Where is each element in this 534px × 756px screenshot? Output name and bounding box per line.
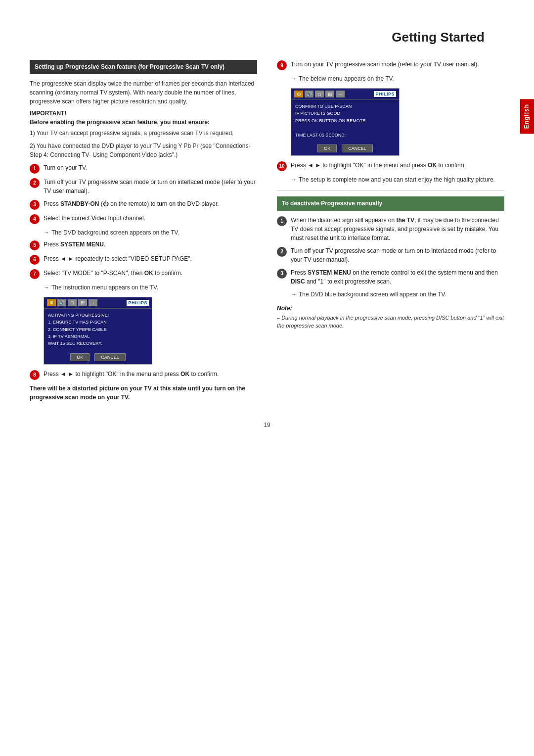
deactivate-num-1: 1 xyxy=(277,216,287,226)
menu-icon-video: □ xyxy=(68,299,77,306)
step-content-10: Press ◄ ► to highlight "OK" in the menu … xyxy=(291,161,504,170)
menu-icon-grid: ⊞ xyxy=(78,299,87,306)
note-label: Note: xyxy=(277,305,504,312)
step-content-3: Press STANDBY-ON (⏻ on the remote) to tu… xyxy=(44,199,257,208)
page-title: Getting Started xyxy=(30,30,504,45)
note-section: Note: – During normal playback in the pr… xyxy=(277,305,504,330)
step-6: 6 Press ◄ ► repeatedly to select "VIDEO … xyxy=(30,254,257,265)
disc-label: DISC xyxy=(291,278,305,285)
step-content-5: Press SYSTEM MENU. xyxy=(44,240,257,249)
important-point-1: 1) Your TV can accept progressive signal… xyxy=(30,129,257,138)
deactivate-num-3: 3 xyxy=(277,269,287,279)
menu-box-2: ⚙ 🔊 □ ⊞ → PHILIPS CONFIRM TO USE P-SCAN … xyxy=(291,88,400,156)
step-5: 5 Press SYSTEM MENU. xyxy=(30,240,257,250)
step-num-5: 5 xyxy=(30,240,40,250)
arrow-icon-7: → xyxy=(44,283,49,292)
philips-logo-2: PHILIPS xyxy=(374,91,396,97)
left-column: Setting up Progressive Scan feature (for… xyxy=(30,60,257,402)
page-container: English Getting Started Setting up Progr… xyxy=(0,0,534,756)
menu-icon-gear-2: ⚙ xyxy=(294,91,303,97)
menu-icon-arrow: → xyxy=(89,299,97,306)
important-point-2: 2) You have connected the DVD player to … xyxy=(30,142,257,159)
step-10-arrow: → The setup is complete now and you can … xyxy=(291,175,504,184)
arrow-icon-10: → xyxy=(291,175,297,184)
step-3: 3 Press STANDBY-ON (⏻ on the remote) to … xyxy=(30,199,257,210)
right-column: 9 Turn on your TV progressive scan mode … xyxy=(277,60,504,402)
deactivate-step-3: 3 Press SYSTEM MENU on the remote contro… xyxy=(277,268,504,286)
step-num-1: 1 xyxy=(30,164,40,174)
menu-box-1-buttons: OK CANCEL xyxy=(44,350,152,364)
ok-label-8: OK xyxy=(180,371,189,378)
step-1: 1 Turn on your TV. xyxy=(30,163,257,174)
deactivate-step-2: 2 Turn off your TV progressive scan mode… xyxy=(277,246,504,264)
menu-icon-gear: ⚙ xyxy=(47,299,56,306)
menu-box-2-text: CONFIRM TO USE P-SCAN IF PICTURE IS GOOD… xyxy=(295,103,395,139)
menu-icon-grid-2: ⊞ xyxy=(325,91,334,97)
step-9: 9 Turn on your TV progressive scan mode … xyxy=(277,60,504,70)
deactivate-heading: To deactivate Progressive manually xyxy=(277,196,504,211)
divider-1 xyxy=(277,190,504,190)
menu-box-2-header: ⚙ 🔊 □ ⊞ → PHILIPS xyxy=(291,89,399,100)
step-9-arrow: → The below menu appears on the TV. xyxy=(291,74,504,83)
menu-box-2-buttons: OK CANCEL xyxy=(291,142,399,155)
menu-btn-cancel-1[interactable]: CANCEL xyxy=(94,353,126,361)
step-8-warning: There will be a distorted picture on you… xyxy=(30,384,257,402)
note-text: – During normal playback in the progress… xyxy=(277,314,504,330)
deactivate-content-3: Press SYSTEM MENU on the remote control … xyxy=(291,268,504,286)
menu-icon-video-2: □ xyxy=(315,91,324,97)
important-subheading: Before enabling the progressive scan fea… xyxy=(30,119,257,126)
power-icon: ⏻ xyxy=(103,200,109,207)
step-num-3: 3 xyxy=(30,200,40,210)
step-num-10: 10 xyxy=(277,161,287,171)
menu-btn-ok-1[interactable]: OK xyxy=(70,353,89,361)
step-9-note: The below menu appears on the TV. xyxy=(299,74,394,83)
philips-logo-1: PHILIPS xyxy=(127,300,149,306)
menu-icon-sound-2: 🔊 xyxy=(305,91,313,97)
step-content-1: Turn on your TV. xyxy=(44,163,257,172)
menu-btn-cancel-2[interactable]: CANCEL xyxy=(342,144,373,152)
menu-box-1-body: ACTIVATING PROGRESSIVE: 1. ENSURE TV HAS… xyxy=(44,309,152,350)
step-num-9: 9 xyxy=(277,60,287,70)
step-8: 8 Press ◄ ► to highlight "OK" in the men… xyxy=(30,370,257,380)
step-num-7: 7 xyxy=(30,269,40,279)
arrow-icon-4: → xyxy=(44,228,49,237)
deactivate-content-2: Turn off your TV progressive scan mode o… xyxy=(291,246,504,264)
menu-btn-ok-2[interactable]: OK xyxy=(317,144,337,152)
step-num-4: 4 xyxy=(30,214,40,224)
step-10-note: The setup is complete now and you can st… xyxy=(299,175,495,184)
step-content-6: Press ◄ ► repeatedly to select "VIDEO SE… xyxy=(44,254,257,263)
step-2: 2 Turn off your TV progressive scan mode… xyxy=(30,178,257,195)
content-columns: Setting up Progressive Scan feature (for… xyxy=(30,60,504,402)
step-10: 10 Press ◄ ► to highlight "OK" in the me… xyxy=(277,161,504,171)
english-tab: English xyxy=(520,99,534,134)
arrow-icon-9: → xyxy=(291,74,297,83)
left-section-heading: Setting up Progressive Scan feature (for… xyxy=(30,60,257,74)
standby-on-label: STANDBY-ON xyxy=(60,200,99,207)
step-4: 4 Select the correct Video Input channel… xyxy=(30,214,257,224)
step-content-8: Press ◄ ► to highlight "OK" in the menu … xyxy=(44,370,257,378)
step-7-note: The instruction menu appears on the TV. xyxy=(51,283,158,292)
deactivate-num-2: 2 xyxy=(277,247,287,257)
system-menu-label: SYSTEM MENU xyxy=(60,241,104,248)
menu-box-1-text: ACTIVATING PROGRESSIVE: 1. ENSURE TV HAS… xyxy=(48,312,148,347)
arrow-icon-d3: → xyxy=(291,290,297,299)
deactivate-step-3-note: The DVD blue background screen will appe… xyxy=(299,290,446,299)
the-tv-label: the TV xyxy=(396,217,414,224)
ok-label-7: OK xyxy=(144,270,153,277)
step-4-note: The DVD background screen appears on the… xyxy=(51,228,179,237)
menu-icon-arrow-2: → xyxy=(336,91,345,97)
step-num-8: 8 xyxy=(30,370,40,380)
menu-box-2-body: CONFIRM TO USE P-SCAN IF PICTURE IS GOOD… xyxy=(291,100,399,142)
menu-icon-sound: 🔊 xyxy=(57,299,66,306)
page-number: 19 xyxy=(30,422,504,428)
deactivate-content-1: When the distorted sign still appears on… xyxy=(291,216,504,242)
important-label: IMPORTANT! xyxy=(30,110,257,117)
step-7-arrow: → The instruction menu appears on the TV… xyxy=(44,283,257,292)
step-7: 7 Select "TV MODE" to "P-SCAN", then OK … xyxy=(30,269,257,279)
deactivate-step-3-arrow: → The DVD blue background screen will ap… xyxy=(291,290,504,299)
step-num-6: 6 xyxy=(30,255,40,265)
intro-text: The progressive scan display twice the n… xyxy=(30,79,257,106)
step-num-2: 2 xyxy=(30,178,40,188)
step-content-9: Turn on your TV progressive scan mode (r… xyxy=(291,60,504,69)
menu-box-1-header: ⚙ 🔊 □ ⊞ → PHILIPS xyxy=(44,297,152,309)
